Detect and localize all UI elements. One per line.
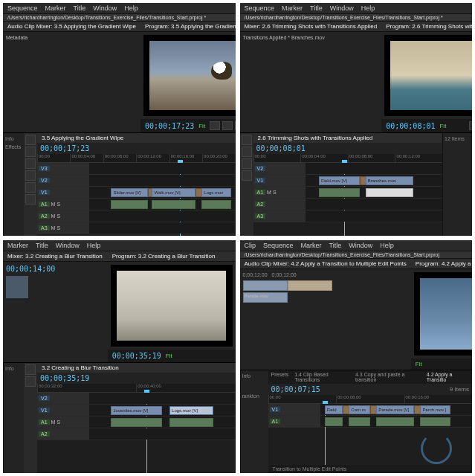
track-v1[interactable]: V1	[270, 407, 281, 412]
track-a1[interactable]: A1	[39, 419, 50, 425]
time-ruler[interactable]: 00;00 00;00;04;00 00;00;08;00 00;00;12;0…	[37, 154, 236, 163]
razor-tool-icon[interactable]	[25, 158, 36, 169]
source-clip[interactable]: Parade.mov	[243, 292, 288, 303]
track-a2[interactable]: A2	[255, 202, 266, 207]
clip-video[interactable]: Logs.mov	[201, 188, 230, 197]
menu-window[interactable]: Window	[56, 242, 80, 249]
track-v2[interactable]: V2	[39, 396, 50, 401]
timeline-timecode[interactable]: 00;00;17;23	[40, 144, 89, 152]
time-ruler[interactable]: 00;00 00;00;04;00 00;00;08;00 00;00;12;0…	[253, 154, 443, 163]
menu-sequence[interactable]: Sequence	[7, 4, 38, 12]
menu-marker[interactable]: Marker	[7, 242, 28, 249]
info-tab[interactable]: Info	[5, 136, 22, 141]
menu-marker[interactable]: Marker	[282, 4, 303, 12]
menu-sequence[interactable]: Sequence	[245, 4, 275, 12]
sequence-tab[interactable]: 3.5 Applying the Gradient Wipe	[42, 135, 123, 141]
razor-tool-icon[interactable]	[25, 376, 36, 387]
timeline-timecode[interactable]: 00;00;08;01	[256, 144, 306, 152]
mixer-tab[interactable]: Mixer: 3.2 Creating a Blur Transition	[3, 251, 108, 262]
program-tab[interactable]: Program: 3.5 Applying the Gradient Wipe	[140, 22, 236, 32]
menu-marker[interactable]: Marker	[45, 4, 66, 12]
info-tab[interactable]: Info	[242, 373, 267, 379]
selection-tool-icon[interactable]	[25, 135, 36, 145]
menu-clip[interactable]: Clip	[245, 242, 256, 249]
mixer-tab[interactable]: Audio Clip Mixer: 4.2 Apply a Transition…	[240, 259, 411, 269]
timeline-timecode[interactable]: 00;00;35;19	[40, 374, 89, 382]
source-monitor[interactable]: 00;00;14;00	[3, 262, 108, 362]
slip-tool-icon[interactable]	[25, 170, 36, 181]
fit-dropdown[interactable]: Fit	[198, 123, 205, 129]
hand-tool-icon[interactable]	[25, 194, 36, 205]
track-v2[interactable]: V2	[255, 166, 266, 171]
fit-dropdown[interactable]: Fit	[416, 361, 422, 367]
clip-video[interactable]: Juveniles.mov [V]	[111, 406, 162, 415]
play-button[interactable]	[222, 121, 233, 130]
clip-audio[interactable]	[201, 200, 230, 209]
sequence-tab[interactable]: 2.6 Trimming Shots with Transitions Appl…	[258, 135, 373, 141]
time-ruler[interactable]: 00;00 00;00;08;00 00;00;16;00	[268, 395, 473, 404]
clip-audio[interactable]	[111, 418, 162, 427]
clip-video[interactable]: Perch.mov [	[420, 405, 450, 414]
sequence-tab[interactable]: 3.2 Creating a Blur Transition	[42, 364, 119, 371]
menu-help[interactable]: Help	[361, 4, 375, 12]
track-v1[interactable]: V1	[39, 190, 50, 195]
time-ruler[interactable]: 00;00;32;00 00;00;40;00	[37, 384, 236, 393]
menu-title[interactable]: Title	[329, 242, 342, 249]
clip-video[interactable]: Slider.mov [V]	[111, 188, 147, 197]
clip-video[interactable]: Field.mov [V]	[319, 176, 360, 185]
clip-audio[interactable]	[420, 417, 450, 426]
ripple-tool-icon[interactable]	[25, 147, 36, 157]
step-back-button[interactable]	[469, 121, 472, 130]
clip-video[interactable]: Logs.mov [V]	[169, 406, 213, 415]
menu-marker[interactable]: Marker	[301, 242, 322, 249]
track-a2[interactable]: A2	[39, 213, 50, 219]
ripple-tool-icon[interactable]	[242, 147, 252, 157]
track-v2[interactable]: V2	[39, 178, 50, 183]
program-tab[interactable]: Program: 2.6 Trimming Shots with Transit…	[381, 22, 472, 32]
clip-video[interactable]: Cam.m	[349, 405, 370, 414]
menu-title[interactable]: Title	[36, 242, 48, 249]
preset-tab[interactable]: 1.4 Clip Based Transitions	[294, 372, 349, 382]
track-v1[interactable]: V1	[255, 178, 266, 183]
menu-sequence[interactable]: Sequence	[263, 242, 294, 249]
clip-audio[interactable]	[366, 188, 414, 197]
track-a3[interactable]: A3	[39, 225, 50, 231]
preset-tab-active[interactable]: 4.2 Apply a Transitio	[427, 372, 469, 382]
program-tab[interactable]: Program: 3.2 Creating a Blur Transition	[108, 251, 236, 262]
fit-dropdown[interactable]: Fit	[166, 353, 172, 359]
program-monitor[interactable]	[111, 265, 233, 347]
track-v3[interactable]: V3	[39, 166, 50, 171]
menu-title[interactable]: Title	[74, 4, 86, 12]
clip-audio[interactable]	[349, 417, 370, 426]
preset-tab[interactable]: 4.3 Copy and paste a transition	[355, 372, 421, 382]
razor-tool-icon[interactable]	[242, 158, 252, 169]
preset-tab[interactable]: Presets	[271, 372, 289, 382]
clip-video[interactable]: Branches.mov	[366, 176, 414, 185]
menu-window[interactable]: Window	[93, 4, 117, 12]
clip-video[interactable]: Walk.mov [V]	[152, 188, 196, 197]
track-a1[interactable]: A1	[39, 202, 50, 207]
pen-tool-icon[interactable]	[25, 182, 36, 193]
clip-audio[interactable]	[111, 200, 147, 209]
step-back-button[interactable]	[210, 121, 220, 130]
clip-audio[interactable]	[325, 417, 343, 426]
effects-tab[interactable]: Effects	[5, 144, 22, 149]
menu-help[interactable]: Help	[124, 4, 138, 12]
clip-video[interactable]: Field	[325, 405, 343, 414]
clip-video[interactable]: Parade.mov [V]	[376, 405, 414, 414]
menu-window[interactable]: Window	[330, 4, 354, 12]
menu-window[interactable]: Window	[349, 242, 372, 249]
metadata-tab[interactable]: Metadata	[6, 35, 28, 40]
menu-help[interactable]: Help	[87, 242, 101, 249]
clip-audio[interactable]	[152, 200, 196, 209]
track-a2[interactable]: A2	[39, 431, 50, 437]
selection-tool-icon[interactable]	[25, 364, 36, 375]
menu-help[interactable]: Help	[380, 242, 394, 249]
program-monitor[interactable]	[384, 35, 472, 116]
mixer-tab[interactable]: Mixer: 2.6 Trimming Shots with Transitio…	[240, 22, 382, 32]
slip-tool-icon[interactable]	[242, 170, 252, 181]
track-a1[interactable]: A1	[270, 419, 281, 424]
clip-audio[interactable]	[376, 417, 414, 426]
track-a1[interactable]: A1	[255, 190, 266, 195]
source-monitor[interactable]: 0;00;12;00 0;00;12;00 Parade.mov	[240, 269, 411, 370]
